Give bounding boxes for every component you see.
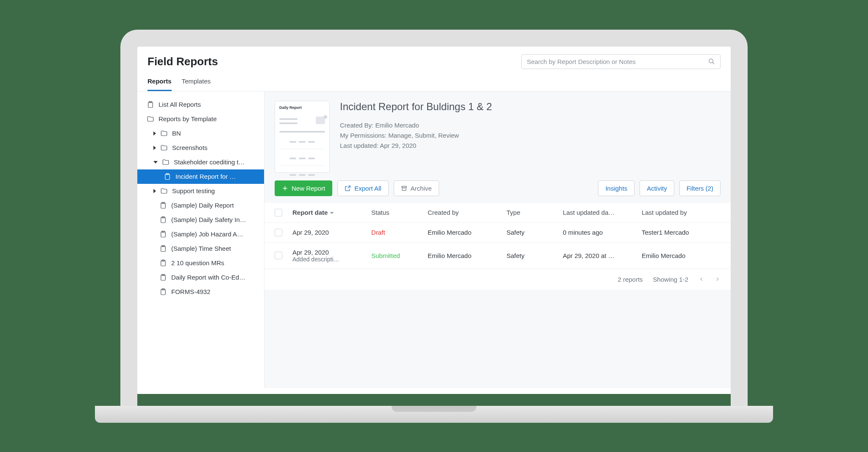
sidebar-list-all[interactable]: List All Reports — [137, 97, 264, 112]
sidebar-sample-mrs[interactable]: 2 10 question MRs — [137, 256, 264, 270]
search-field[interactable] — [521, 54, 721, 69]
col-type[interactable]: Type — [506, 209, 563, 216]
sidebar-item-label: FORMS-4932 — [171, 288, 211, 295]
laptop-frame: Field Reports Reports Templates List All… — [120, 30, 748, 423]
tab-templates[interactable]: Templates — [182, 74, 211, 91]
button-label: New Report — [292, 185, 325, 192]
meta-updated: Last updated: Apr 29, 2020 — [340, 141, 492, 151]
button-label: Export All — [354, 185, 381, 192]
col-created-by[interactable]: Created by — [428, 209, 506, 216]
report-title: Incident Report for Buldings 1 & 2 — [340, 101, 492, 113]
table-row[interactable]: Apr 29, 2020 Added descripti… Submitted … — [264, 243, 731, 269]
clipboard-icon — [159, 288, 167, 296]
chevron-right-icon — [153, 131, 156, 136]
svg-rect-22 — [401, 186, 406, 187]
sidebar-item-label: BN — [172, 130, 181, 137]
folder-icon — [160, 187, 168, 195]
app-window: Field Reports Reports Templates List All… — [137, 47, 731, 394]
col-updated-date[interactable]: Last updated da… — [563, 209, 642, 216]
cell-updated-by: Emilio Mercado — [642, 252, 721, 259]
cell-date: Apr 29, 2020 — [292, 229, 371, 236]
page-title: Field Reports — [147, 55, 218, 68]
col-status[interactable]: Status — [371, 209, 428, 216]
toolbar: New Report Export All Archive — [264, 180, 731, 203]
clipboard-icon — [159, 245, 167, 252]
filters-button[interactable]: Filters (2) — [679, 180, 721, 196]
sidebar-sample-timesheet[interactable]: (Sample) Time Sheet — [137, 241, 264, 256]
folder-icon — [160, 144, 168, 152]
sidebar-sample-coedit[interactable]: Daily Report with Co-Ed… — [137, 270, 264, 285]
col-report-date[interactable]: Report date — [292, 209, 371, 216]
sidebar-sample-forms[interactable]: FORMS-4932 — [137, 285, 264, 299]
button-label: Insights — [605, 185, 627, 192]
chevron-down-icon — [329, 210, 334, 215]
sidebar-item-label: (Sample) Daily Safety In… — [171, 216, 246, 223]
clipboard-icon — [147, 101, 154, 108]
select-all-checkbox[interactable] — [275, 209, 282, 216]
next-page-button[interactable] — [715, 276, 721, 282]
detail-header: Daily Report — [264, 92, 731, 180]
meta-permissions: My Permissions: Manage, Submit, Review — [340, 130, 492, 141]
svg-line-1 — [712, 62, 714, 64]
insights-button[interactable]: Insights — [598, 180, 634, 196]
sidebar-item-label: (Sample) Time Sheet — [171, 245, 231, 252]
row-checkbox[interactable] — [275, 252, 282, 259]
sidebar-folder-stakeholder[interactable]: Stakeholder coediting t… — [137, 155, 264, 169]
search-icon — [708, 58, 715, 65]
search-input[interactable] — [527, 58, 708, 65]
sidebar-by-template[interactable]: Reports by Template — [137, 112, 264, 126]
content: List All Reports Reports by Template BN — [137, 92, 731, 388]
table-row[interactable]: Apr 29, 2020 Draft Emilio Mercado Safety… — [264, 223, 731, 243]
pagination — [698, 276, 721, 282]
col-updated-by[interactable]: Last updated by — [642, 209, 721, 216]
thumb-title: Daily Report — [279, 105, 325, 110]
sidebar-sample-daily[interactable]: (Sample) Daily Report — [137, 198, 264, 213]
activity-button[interactable]: Activity — [640, 180, 674, 196]
chevron-right-icon — [153, 189, 156, 193]
clipboard-icon — [159, 216, 167, 224]
folder-icon — [162, 158, 170, 166]
sidebar-item-label: Support testing — [172, 187, 215, 194]
folder-icon — [147, 115, 154, 123]
prev-page-button[interactable] — [698, 276, 704, 282]
sidebar-sample-safety[interactable]: (Sample) Daily Safety In… — [137, 213, 264, 227]
sidebar-sample-hazard[interactable]: (Sample) Job Hazard A… — [137, 227, 264, 241]
tabs: Reports Templates — [137, 74, 731, 92]
new-report-button[interactable]: New Report — [275, 180, 332, 196]
sidebar-folder-screenshots[interactable]: Screenshots — [137, 141, 264, 155]
cell-created-by: Emilio Mercado — [428, 229, 506, 236]
cell-type: Safety — [506, 229, 563, 236]
archive-button[interactable]: Archive — [394, 180, 439, 196]
sidebar-folder-support[interactable]: Support testing — [137, 184, 264, 198]
row-checkbox[interactable] — [275, 229, 282, 236]
archive-icon — [401, 185, 407, 191]
folder-icon — [160, 130, 168, 137]
export-icon — [345, 185, 351, 191]
cell-updated-by: Tester1 Mercado — [642, 229, 721, 236]
table-footer: 2 reports Showing 1-2 — [264, 269, 731, 290]
sidebar: List All Reports Reports by Template BN — [137, 92, 264, 388]
table-header: Report date Status Created by Type Last … — [264, 203, 731, 223]
clipboard-icon — [159, 230, 167, 238]
detail-meta: Incident Report for Buldings 1 & 2 Creat… — [340, 101, 492, 173]
cell-date: Apr 29, 2020 Added descripti… — [292, 249, 371, 263]
cell-status: Draft — [371, 229, 428, 236]
button-label: Archive — [411, 185, 432, 192]
sidebar-item-incident-report[interactable]: Incident Report for … — [137, 169, 264, 184]
sidebar-item-label: List All Reports — [159, 101, 201, 108]
reports-table: Report date Status Created by Type Last … — [264, 203, 731, 290]
meta-created-by: Created By: Emilio Mercado — [340, 120, 492, 130]
sidebar-item-label: Incident Report for … — [175, 173, 236, 180]
showing-range: Showing 1-2 — [653, 276, 688, 283]
sidebar-item-label: Stakeholder coediting t… — [174, 158, 245, 166]
tab-reports[interactable]: Reports — [147, 74, 172, 91]
sidebar-item-label: Reports by Template — [159, 115, 217, 122]
clipboard-icon — [164, 173, 171, 180]
cell-updated-date: Apr 29, 2020 at … — [563, 252, 642, 259]
cell-created-by: Emilio Mercado — [428, 252, 506, 259]
sidebar-item-label: Daily Report with Co-Ed… — [171, 274, 245, 281]
clipboard-icon — [159, 274, 167, 281]
sidebar-item-label: (Sample) Daily Report — [171, 202, 234, 209]
export-all-button[interactable]: Export All — [337, 180, 388, 196]
sidebar-folder-bn[interactable]: BN — [137, 126, 264, 141]
